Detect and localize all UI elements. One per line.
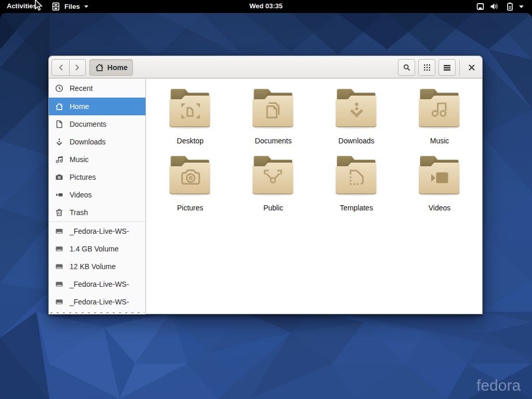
svg-text:fedora: fedora — [476, 377, 521, 394]
